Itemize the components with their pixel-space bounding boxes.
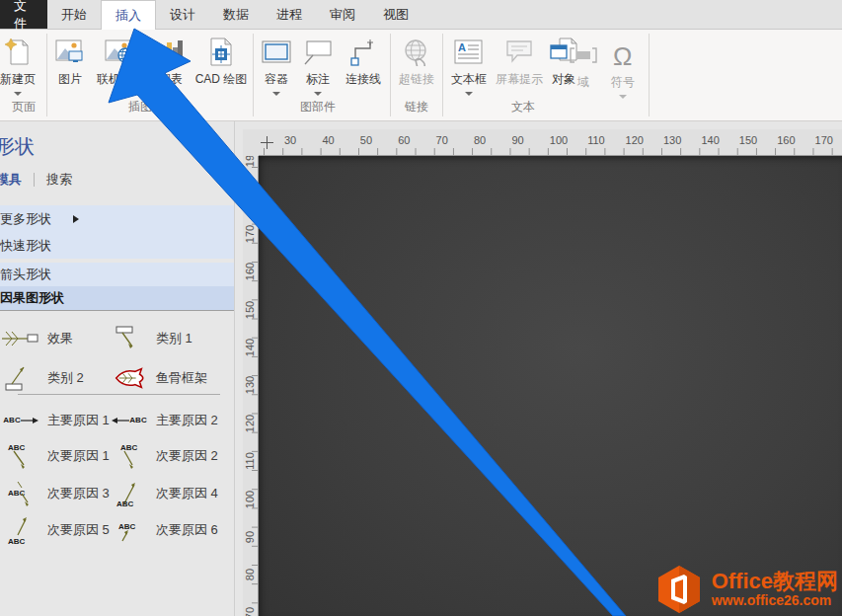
- stencil-item-secondary-cause4[interactable]: ABC 次要原因 4: [111, 477, 218, 510]
- stencil-item-secondary-cause1[interactable]: ABC 次要原因 1: [2, 439, 110, 473]
- stencil-item-category1[interactable]: 类别 1: [111, 322, 192, 355]
- svg-text:ABC: ABC: [8, 443, 26, 452]
- tab-design[interactable]: 设计: [156, 0, 209, 29]
- tab-home[interactable]: 开始: [47, 0, 101, 29]
- abc-diagonal-down-arrow-icon: ABC: [2, 441, 39, 471]
- section-arrow-shapes[interactable]: 箭头形状: [0, 263, 235, 286]
- container-label: 容器: [265, 71, 288, 88]
- stencil-item-main-cause2[interactable]: ABC 主要原因 2: [111, 404, 218, 437]
- abc-right-arrow-icon: ABC: [2, 406, 39, 435]
- hruler-label: 150: [739, 134, 757, 146]
- tab-insert[interactable]: 插入: [101, 0, 156, 30]
- tab-divider: [34, 173, 35, 187]
- hruler-label: 50: [360, 134, 372, 146]
- vruler-label: 90: [244, 525, 256, 549]
- hyperlink-icon: [402, 37, 431, 68]
- watermark-text: Office教程网 www.office26.com: [712, 571, 838, 608]
- collapse-panel-chevron-icon[interactable]: [217, 151, 223, 161]
- screen-tip-label: 屏幕提示: [496, 71, 543, 88]
- effect-shape-icon: [2, 324, 39, 353]
- vruler-label: 180: [244, 184, 256, 207]
- dropdown-caret-icon: [272, 92, 280, 96]
- dropdown-caret-icon: [619, 95, 627, 99]
- watermark-logo: Office教程网 www.office26.com: [654, 565, 838, 614]
- watermark-brand: Office教程网: [712, 571, 838, 592]
- stencil-item-label: 鱼骨框架: [156, 369, 207, 387]
- stencil-item-label: 次要原因 3: [47, 485, 110, 502]
- chart-icon: [158, 37, 184, 68]
- vruler-label: 150: [244, 298, 256, 322]
- tab-review[interactable]: 审阅: [316, 0, 369, 29]
- hruler-label: 170: [815, 134, 833, 146]
- container-icon: [262, 37, 291, 68]
- ruler-corner: [243, 129, 259, 156]
- more-shapes-label: 更多形状: [0, 210, 51, 228]
- picture-icon: [55, 37, 85, 68]
- hruler-label: 120: [626, 134, 644, 146]
- abc-diagonal-up-arrow-icon: ABC: [111, 479, 148, 508]
- group-label-diagram-parts: 图部件: [276, 99, 359, 116]
- tab-file[interactable]: 文件: [0, 0, 47, 29]
- office26-hexagon-icon: [654, 565, 704, 614]
- online-picture-label: 联机图片: [97, 71, 144, 88]
- tab-stencils[interactable]: 模具: [0, 171, 22, 189]
- tab-data[interactable]: 数据: [209, 0, 263, 29]
- abc-left-arrow-icon: ABC: [111, 406, 148, 435]
- stencil-item-category2[interactable]: 类别 2: [2, 361, 84, 395]
- tab-search[interactable]: 搜索: [46, 171, 72, 189]
- abc-diagonal-down-arrow-icon: ABC: [2, 479, 39, 508]
- stencil-item-secondary-cause5[interactable]: ABC 次要原因 5: [2, 513, 110, 547]
- tab-process[interactable]: 进程: [263, 0, 316, 29]
- section-quick-shapes[interactable]: 快速形状: [0, 233, 235, 259]
- new-page-label: 新建页: [0, 71, 36, 88]
- chart-label: 图表: [159, 71, 183, 88]
- visio-window: 文件 开始 插入 设计 数据 进程 审阅 视图 新建页 页面: [0, 0, 842, 616]
- cad-drawing-button[interactable]: CAD 绘图: [191, 33, 251, 117]
- section-cause-effect-shapes[interactable]: 因果图形状: [0, 286, 235, 310]
- vruler-label: 70: [244, 601, 256, 616]
- connector-label: 连接线: [345, 71, 381, 88]
- section-more-shapes[interactable]: 更多形状: [0, 205, 235, 233]
- stencil-item-main-cause1[interactable]: ABC 主要原因 1: [2, 404, 110, 437]
- hruler-label: 100: [550, 134, 568, 146]
- stencil-item-label: 次要原因 4: [156, 485, 218, 502]
- stencil-item-secondary-cause3[interactable]: ABC 次要原因 3: [2, 477, 110, 510]
- hruler-label: 160: [777, 134, 795, 146]
- vruler-label: 110: [244, 449, 256, 473]
- svg-text:Ω: Ω: [613, 42, 632, 68]
- category1-shape-icon: [111, 324, 148, 353]
- svg-text:ABC: ABC: [120, 443, 138, 452]
- abc-diagonal-up-arrow-icon: ABC: [111, 515, 148, 545]
- shapes-panel-tabs: 模具 搜索: [0, 171, 72, 189]
- stencil-item-label: 效果: [47, 330, 73, 347]
- ribbon: 新建页 页面 图片: [0, 30, 842, 121]
- fishbone-frame-shape-icon: [111, 363, 148, 393]
- symbol-label: 符号: [611, 74, 635, 91]
- stencil-item-fishbone-frame[interactable]: 鱼骨框架: [111, 361, 207, 395]
- dropdown-caret-icon: [465, 92, 473, 96]
- vruler-label: 190: [244, 156, 256, 170]
- svg-text:A: A: [458, 41, 466, 53]
- symbol-icon: Ω: [609, 39, 637, 71]
- stencil-item-secondary-cause2[interactable]: ABC 次要原因 2: [111, 439, 218, 473]
- cad-drawing-icon: [208, 37, 234, 68]
- stencil-item-label: 次要原因 5: [47, 521, 110, 539]
- shapes-panel-title: 形状: [0, 133, 35, 160]
- svg-text:ABC: ABC: [116, 500, 134, 507]
- symbol-button[interactable]: Ω 符号: [603, 36, 643, 120]
- drawing-canvas[interactable]: Office教程网 www.office26.com: [259, 156, 842, 616]
- callout-label: 标注: [306, 71, 330, 88]
- hruler-label: 70: [436, 134, 448, 146]
- vertical-ruler[interactable]: 190180170160150140130120110100908070: [243, 156, 259, 616]
- stencil-item-label: 次要原因 1: [47, 447, 110, 465]
- text-box-label: 文本框: [451, 71, 487, 88]
- stencil-item-effect[interactable]: 效果: [2, 322, 73, 355]
- picture-button[interactable]: 图片: [49, 33, 91, 117]
- new-page-icon: [4, 37, 32, 68]
- hruler-label: 140: [701, 134, 719, 146]
- horizontal-ruler[interactable]: 30405060708090100110120130140150160170: [259, 129, 842, 156]
- tab-view[interactable]: 视图: [369, 0, 422, 29]
- connector-icon: [348, 37, 378, 68]
- stencil-item-label: 主要原因 2: [156, 412, 218, 429]
- stencil-item-secondary-cause6[interactable]: ABC 次要原因 6: [111, 513, 218, 547]
